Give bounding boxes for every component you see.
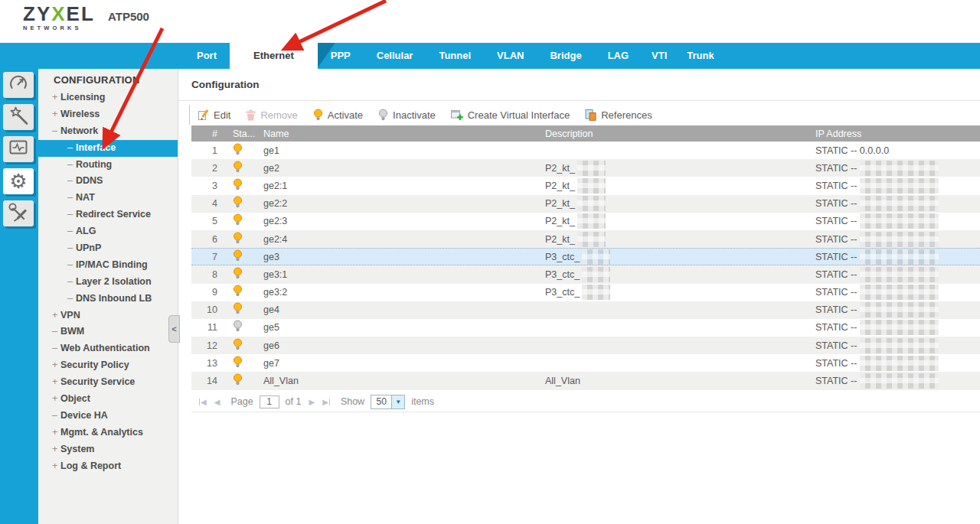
first-page-button[interactable]: ◀: [199, 398, 207, 406]
bulb-on-icon: [233, 373, 243, 389]
sidebar-item-device-ha[interactable]: –Device HA: [38, 408, 178, 425]
sidebar-item-label: Security Service: [60, 376, 135, 387]
column-header-number[interactable]: #: [191, 129, 222, 139]
table-row[interactable]: 11ge5STATIC --: [191, 319, 980, 337]
nav-wizard-button[interactable]: [3, 104, 34, 130]
table-row[interactable]: 12ge6STATIC --: [191, 337, 980, 354]
sidebar-item-alg[interactable]: –ALG: [38, 223, 178, 240]
tab-vti[interactable]: VTI: [642, 43, 677, 69]
bulb-on-icon: [233, 249, 243, 265]
sidebar-item-label: Device HA: [60, 410, 108, 421]
table-row[interactable]: 9ge3:2P3_ctc_STATIC --: [191, 284, 980, 301]
create-virtual-interface-button[interactable]: Create Virtual Interface: [451, 109, 570, 121]
sidebar-item-system[interactable]: +System: [38, 441, 178, 458]
sidebar-item-log-report[interactable]: +Log & Report: [38, 458, 178, 475]
next-page-icon: ▶: [309, 398, 315, 406]
sidebar-item-ddns[interactable]: –DDNS: [38, 173, 178, 190]
column-header-description[interactable]: Description: [528, 129, 799, 139]
tab-tunnel[interactable]: Tunnel: [426, 43, 484, 69]
tab-ppp[interactable]: PPP: [318, 43, 364, 69]
sidebar-item-licensing[interactable]: +Licensing: [38, 90, 178, 106]
sidebar-item-ip-mac-binding[interactable]: –IP/MAC Binding: [38, 257, 178, 274]
tab-port[interactable]: Port: [184, 43, 230, 69]
sidebar-item-wireless[interactable]: +Wireless: [38, 106, 178, 123]
table-row[interactable]: 6ge2:4P2_kt_STATIC --: [191, 230, 980, 248]
sidebar-item-web-authentication[interactable]: –Web Authentication: [38, 340, 178, 357]
sidebar-item-upnp[interactable]: –UPnP: [38, 240, 178, 257]
table-row[interactable]: 7ge3P3_ctc_STATIC --: [191, 248, 980, 265]
sidebar-item-label: Object: [60, 393, 90, 404]
bulb-on-icon: [233, 196, 243, 211]
tab-lag[interactable]: LAG: [595, 43, 642, 69]
sidebar-item-vpn[interactable]: +VPN: [38, 308, 178, 324]
table-row[interactable]: 4ge2:2P2_kt_STATIC --: [191, 195, 980, 213]
sidebar-item-label: VPN: [60, 310, 80, 321]
redacted-ip: [860, 267, 939, 282]
tab-bridge[interactable]: Bridge: [537, 43, 594, 69]
redacted-ip: [860, 285, 939, 300]
tab-vlan[interactable]: VLAN: [484, 43, 537, 69]
sidebar-item-interface[interactable]: –Interface: [38, 140, 178, 157]
sidebar-item-mgmt-analytics[interactable]: +Mgmt. & Analytics: [38, 425, 178, 441]
table-row[interactable]: 3ge2:1P2_kt_STATIC --: [191, 177, 980, 194]
expand-sign: +: [52, 308, 60, 324]
sidebar-item-nat[interactable]: –NAT: [38, 190, 178, 207]
column-header-status[interactable]: Sta...: [222, 129, 253, 139]
prev-page-button[interactable]: ◀: [214, 398, 220, 406]
nav-dashboard-button[interactable]: [3, 72, 34, 98]
table-row[interactable]: 10ge4STATIC --: [191, 301, 980, 319]
tab-trunk[interactable]: Trunk: [677, 43, 724, 69]
page-size-select[interactable]: 50 ▼: [371, 395, 405, 409]
sidebar-item-label: System: [60, 444, 94, 454]
nav-configuration-button[interactable]: ⚙: [3, 168, 34, 194]
sidebar-item-routing[interactable]: –Routing: [38, 157, 178, 174]
table-row[interactable]: 2ge2P2_kt_STATIC --: [191, 159, 980, 177]
logo-letter: Z: [23, 2, 37, 25]
table-row[interactable]: 5ge2:3P2_kt_STATIC --: [191, 213, 980, 230]
row-number: 2: [191, 163, 222, 174]
nav-monitor-button[interactable]: [3, 136, 34, 162]
redacted-ip: [860, 373, 939, 389]
interface-name: ge2:2: [253, 198, 528, 209]
sidebar-item-redirect-service[interactable]: –Redirect Service: [38, 207, 178, 223]
table-row[interactable]: 14All_VlanAll_VlanSTATIC --: [191, 372, 980, 389]
edit-button[interactable]: Edit: [198, 109, 230, 121]
redacted-ip: [860, 213, 939, 229]
column-header-name[interactable]: Name: [253, 129, 528, 139]
table-row[interactable]: 13ge7STATIC --: [191, 354, 980, 372]
references-button[interactable]: References: [585, 109, 652, 121]
redacted-ip: [860, 356, 939, 371]
sidebar-item-security-service[interactable]: +Security Service: [38, 374, 178, 391]
next-page-button[interactable]: ▶: [309, 398, 315, 406]
tab-label: Ethernet: [253, 50, 294, 61]
interface-description: P2_kt_: [528, 213, 799, 229]
sidebar-item-security-policy[interactable]: +Security Policy: [38, 357, 178, 374]
chevron-down-icon: ▼: [391, 395, 404, 408]
nav-maintenance-button[interactable]: [3, 200, 34, 226]
ip-text: STATIC --: [815, 163, 857, 174]
sidebar-collapse-button[interactable]: <: [168, 315, 180, 343]
tab-label: Trunk: [687, 50, 714, 61]
sidebar-item-dns-inbound-lb[interactable]: –DNS Inbound LB: [38, 291, 178, 308]
tab-cellular[interactable]: Cellular: [364, 43, 426, 69]
interface-ip: STATIC -- 0.0.0.0: [799, 145, 980, 156]
bulb-on-icon: [233, 161, 243, 176]
tab-ethernet[interactable]: Ethernet: [230, 43, 318, 69]
sidebar-item-layer-2-isolation[interactable]: –Layer 2 Isolation: [38, 274, 178, 291]
gauge-icon: [8, 73, 29, 97]
column-header-ip-address[interactable]: IP Address: [799, 129, 980, 139]
table-row[interactable]: 8ge3:1P3_ctc_STATIC --: [191, 265, 980, 283]
sidebar-item-bwm[interactable]: –BWM: [38, 324, 178, 340]
ip-text: STATIC --: [815, 358, 857, 369]
inactivate-button[interactable]: Inactivate: [378, 109, 436, 122]
table-row[interactable]: 1ge1STATIC -- 0.0.0.0: [191, 142, 980, 159]
activate-button[interactable]: Activate: [313, 109, 363, 122]
bulb-on-icon: [233, 302, 243, 317]
last-page-button[interactable]: ▶: [322, 398, 330, 406]
expand-sign: –: [67, 240, 76, 257]
ip-text: STATIC --: [815, 340, 857, 351]
sidebar-item-network[interactable]: –Network: [38, 123, 178, 140]
page-input[interactable]: [260, 395, 279, 408]
sidebar-item-object[interactable]: +Object: [38, 391, 178, 408]
redacted-description: [577, 196, 606, 211]
